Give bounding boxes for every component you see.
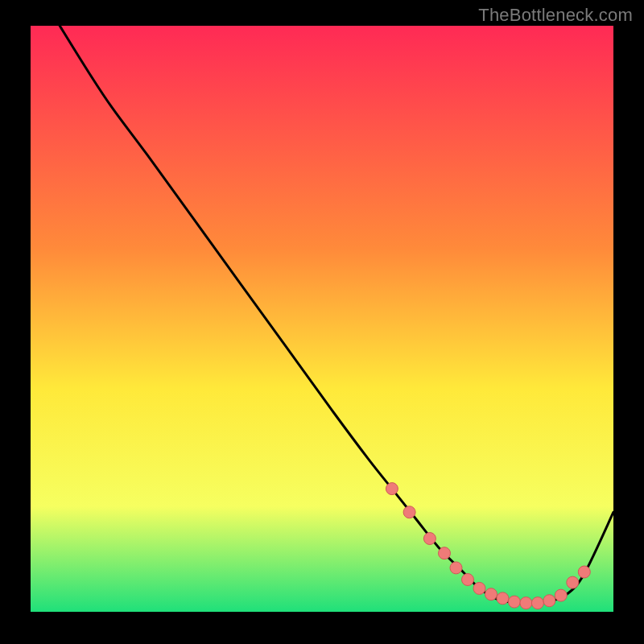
highlight-dot <box>543 595 555 607</box>
highlight-dot <box>520 597 532 609</box>
highlight-dot <box>567 576 579 588</box>
highlight-dots <box>386 483 590 609</box>
highlight-dot <box>386 483 398 495</box>
highlight-dot <box>473 582 485 594</box>
highlight-dot <box>555 589 567 601</box>
watermark-text: TheBottleneck.com <box>478 5 633 26</box>
highlight-dot <box>508 596 520 608</box>
highlight-dot <box>497 592 509 605</box>
curve-layer <box>31 26 613 612</box>
highlight-dot <box>403 506 415 518</box>
chart-stage: TheBottleneck.com <box>0 0 644 644</box>
highlight-dot <box>531 597 543 609</box>
highlight-dot <box>423 533 436 545</box>
highlight-dot <box>485 588 497 601</box>
bottleneck-curve <box>60 26 613 604</box>
highlight-dot <box>439 547 451 559</box>
highlight-dot <box>450 562 462 574</box>
highlight-dot <box>578 566 590 578</box>
highlight-dot <box>462 574 474 586</box>
plot-area <box>31 26 613 612</box>
